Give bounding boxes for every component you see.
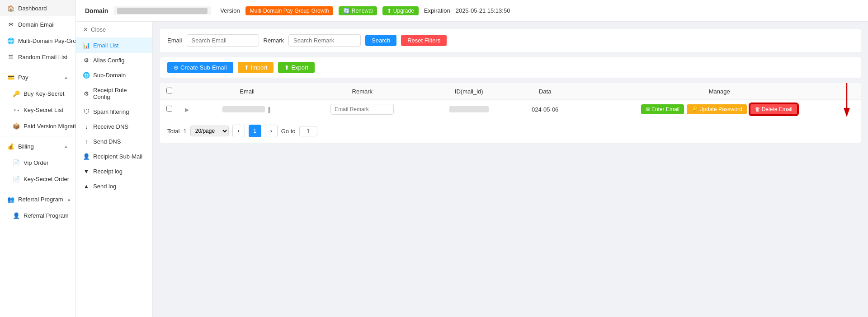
row-data: 024-05-06 xyxy=(512,100,578,119)
search-button[interactable]: Search xyxy=(365,35,396,46)
row-checkbox[interactable] xyxy=(166,106,172,112)
upgrade-icon: ⬆ xyxy=(387,8,393,14)
col-manage: Manage xyxy=(578,83,861,100)
page-content: Email Remark Search Reset Filters ⊕ Crea… xyxy=(153,22,868,317)
main-area: Domain Version Multi-Domain Pay-Group-Gr… xyxy=(76,0,868,317)
plus-icon: ⊕ xyxy=(174,64,179,71)
sidebar-item-referral2[interactable]: 👤 Referral Program xyxy=(0,207,75,224)
spam-icon: 🛡 xyxy=(83,108,90,115)
expiration-label: Expiration xyxy=(424,7,450,14)
prev-page-btn[interactable]: ‹ xyxy=(232,125,245,137)
page-1-btn[interactable]: 1 xyxy=(249,125,261,137)
sidebar-item-key-secret-order[interactable]: 📄 Key-Secret Order xyxy=(0,171,75,187)
create-sub-email-button[interactable]: ⊕ Create Sub-Email xyxy=(167,62,233,73)
receive-dns-icon: ↓ xyxy=(83,123,90,130)
sub-sidebar-alias-config[interactable]: ⚙ Alias Config xyxy=(76,53,152,68)
mail-icon: ✉ xyxy=(7,21,14,28)
key-list-icon: 🗝 xyxy=(13,106,20,113)
sub-sidebar-receipt-log[interactable]: ▼ Receipt log xyxy=(76,164,152,179)
sidebar-item-paid-version[interactable]: 📦 Paid Version Migration xyxy=(0,118,75,134)
subdomain-icon: 🌐 xyxy=(83,72,90,79)
send-log-icon: ▲ xyxy=(83,183,90,190)
recipient-icon: 👤 xyxy=(83,153,90,160)
delete-email-button[interactable]: 🗑 Delete Email xyxy=(750,103,798,115)
enter-email-button[interactable]: ✉ Enter Email xyxy=(641,104,684,114)
sidebar-item-domain-email[interactable]: ✉ Domain Email xyxy=(0,16,75,33)
domain-value xyxy=(113,6,211,15)
email-search-input[interactable] xyxy=(187,34,259,47)
topbar: Domain Version Multi-Domain Pay-Group-Gr… xyxy=(76,0,868,22)
sidebar-item-pay[interactable]: 💳 Pay ▲ xyxy=(0,69,75,85)
row-remark xyxy=(299,100,425,119)
filter-bar: Email Remark Search Reset Filters xyxy=(160,29,861,52)
export-icon: ⬆ xyxy=(284,64,289,71)
per-page-select[interactable]: 20/page 10/page 50/page 100/page xyxy=(190,126,229,136)
row-email: ▌ xyxy=(195,100,299,119)
select-all-checkbox[interactable] xyxy=(166,88,172,93)
enter-icon: ✉ xyxy=(646,106,650,112)
referral-icon: 👥 xyxy=(7,196,14,203)
version-label: Version xyxy=(220,7,240,14)
row-manage: ✉ Enter Email 🔑 Update Password xyxy=(578,100,861,119)
sub-sidebar-email-list[interactable]: 📊 Email List xyxy=(76,38,152,53)
sub-sidebar-sub-domain[interactable]: 🌐 Sub-Domain xyxy=(76,68,152,83)
sub-sidebar-receipt-rule[interactable]: ⚙ Receipt Rule Config xyxy=(76,83,152,104)
receipt-rule-icon: ⚙ xyxy=(83,90,90,97)
goto-label: Go to xyxy=(281,128,296,135)
total-count: 1 xyxy=(183,128,186,135)
sidebar-item-referral[interactable]: 👥 Referral Program ▲ xyxy=(0,191,75,207)
sub-sidebar-send-log[interactable]: ▲ Send log xyxy=(76,179,152,194)
alias-icon: ⚙ xyxy=(83,57,90,64)
sub-sidebar-receive-dns[interactable]: ↓ Receive DNS xyxy=(76,119,152,134)
sidebar-item-billing[interactable]: 💰 Billing ▲ xyxy=(0,138,75,154)
globe-icon: 🌐 xyxy=(7,37,14,44)
sidebar-item-multi-domain[interactable]: 🌐 Multi-Domain Pay-Group xyxy=(0,33,75,49)
import-icon: ⬆ xyxy=(244,64,249,71)
row-id xyxy=(426,100,512,119)
referral2-icon: 👤 xyxy=(13,212,20,219)
sidebar: 🏠 Dashboard ✉ Domain Email 🌐 Multi-Domai… xyxy=(0,0,76,317)
remark-inline-input[interactable] xyxy=(330,104,394,115)
col-id: ID(mail_id) xyxy=(426,83,512,100)
sidebar-item-random-email[interactable]: ☰ Random Email List xyxy=(0,49,75,65)
sidebar-item-buy-key-secret[interactable]: 🔑 Buy Key-Secret xyxy=(0,85,75,102)
version-badge: Multi-Domain Pay-Group-Growth xyxy=(245,6,334,15)
sub-sidebar-recipient-sub-mail[interactable]: 👤 Recipient Sub-Mail xyxy=(76,149,152,164)
chevron-up-icon: ▲ xyxy=(64,75,68,80)
sidebar-item-dashboard[interactable]: 🏠 Dashboard xyxy=(0,0,75,16)
email-table: Email Remark ID(mail_id) Data Manage ▶ xyxy=(160,83,861,119)
remark-filter-label: Remark xyxy=(264,37,284,44)
pagination-bar: Total 1 20/page 10/page 50/page 100/page… xyxy=(160,119,861,143)
sub-sidebar-send-dns[interactable]: ↑ Send DNS xyxy=(76,134,152,149)
remark-search-input[interactable] xyxy=(288,34,361,47)
sidebar-item-key-secret-list[interactable]: 🗝 Key-Secret List xyxy=(0,102,75,118)
receipt-log-icon: ▼ xyxy=(83,168,90,175)
col-email: Email xyxy=(195,83,299,100)
content-wrapper: ✕ Close 📊 Email List ⚙ Alias Config 🌐 Su… xyxy=(76,22,868,317)
expiration-value: 2025-05-21 15:13:50 xyxy=(456,7,510,14)
sub-sidebar-close[interactable]: ✕ Close xyxy=(76,22,152,38)
next-page-btn[interactable]: › xyxy=(265,125,278,137)
delete-icon: 🗑 xyxy=(755,106,760,112)
reset-filters-button[interactable]: Reset Filters xyxy=(401,35,447,46)
goto-page-input[interactable] xyxy=(299,126,317,136)
key-icon: 🔑 xyxy=(13,90,20,97)
import-button[interactable]: ⬆ Import xyxy=(238,62,274,73)
table-row: ▶ ▌ xyxy=(160,100,861,119)
migration-icon: 📦 xyxy=(13,122,20,130)
update-password-button[interactable]: 🔑 Update Password xyxy=(687,104,747,114)
send-dns-icon: ↑ xyxy=(83,138,90,145)
domain-label: Domain xyxy=(85,7,108,14)
email-filter-label: Email xyxy=(167,37,182,44)
sub-sidebar-spam[interactable]: 🛡 Spam filtering xyxy=(76,104,152,119)
row-expand-btn[interactable]: ▶ xyxy=(185,107,189,113)
sidebar-item-vip-order[interactable]: 📄 Vip Order xyxy=(0,154,75,171)
renewal-icon: 🔄 xyxy=(343,8,351,14)
total-label: Total xyxy=(167,128,179,135)
renewal-badge: 🔄 Renewal xyxy=(339,6,377,15)
col-remark: Remark xyxy=(299,83,425,100)
billing-icon: 💰 xyxy=(7,143,14,150)
pay-icon: 💳 xyxy=(7,74,14,81)
sub-sidebar: ✕ Close 📊 Email List ⚙ Alias Config 🌐 Su… xyxy=(76,22,153,317)
export-button[interactable]: ⬆ Export xyxy=(278,62,315,73)
